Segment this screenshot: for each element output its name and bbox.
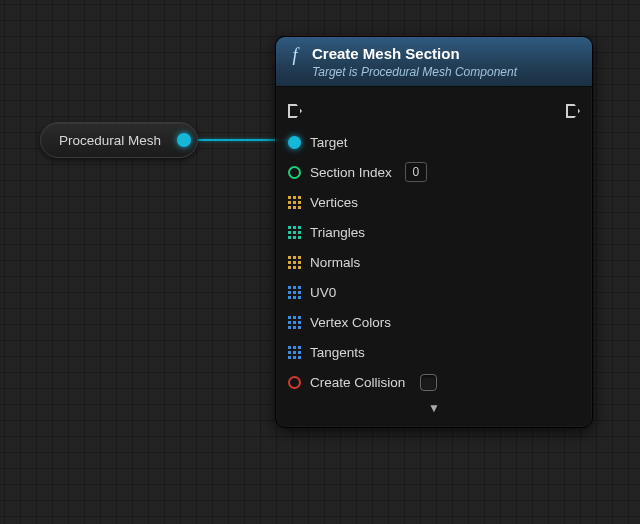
exec-input-pin[interactable] xyxy=(288,104,302,118)
pin-row-section-index: Section Index 0 xyxy=(288,157,580,187)
triangles-input-pin[interactable] xyxy=(288,226,301,239)
function-node-create-mesh-section[interactable]: f Create Mesh Section Target is Procedur… xyxy=(275,36,593,428)
exec-output-pin[interactable] xyxy=(566,104,580,118)
variable-node-label: Procedural Mesh xyxy=(59,133,161,148)
triangles-label: Triangles xyxy=(310,225,365,240)
variable-node-procedural-mesh[interactable]: Procedural Mesh xyxy=(40,122,198,158)
vertex-colors-label: Vertex Colors xyxy=(310,315,391,330)
vertex-colors-input-pin[interactable] xyxy=(288,316,301,329)
target-input-pin[interactable] xyxy=(288,136,301,149)
pin-row-triangles: Triangles xyxy=(288,217,580,247)
function-node-body: Target Section Index 0 Vertices Triangle… xyxy=(276,87,592,427)
pin-row-target: Target xyxy=(288,127,580,157)
tangents-label: Tangents xyxy=(310,345,365,360)
uv0-label: UV0 xyxy=(310,285,336,300)
create-collision-input-pin[interactable] xyxy=(288,376,301,389)
target-label: Target xyxy=(310,135,348,150)
create-collision-label: Create Collision xyxy=(310,375,405,390)
normals-label: Normals xyxy=(310,255,360,270)
function-title: Create Mesh Section xyxy=(312,45,517,63)
pin-row-normals: Normals xyxy=(288,247,580,277)
expand-node-toggle[interactable]: ▼ xyxy=(288,397,580,421)
create-collision-checkbox[interactable] xyxy=(420,374,437,391)
vertices-label: Vertices xyxy=(310,195,358,210)
pin-row-tangents: Tangents xyxy=(288,337,580,367)
pin-row-create-collision: Create Collision xyxy=(288,367,580,397)
tangents-input-pin[interactable] xyxy=(288,346,301,359)
pin-row-vertex-colors: Vertex Colors xyxy=(288,307,580,337)
uv0-input-pin[interactable] xyxy=(288,286,301,299)
section-index-label: Section Index xyxy=(310,165,392,180)
normals-input-pin[interactable] xyxy=(288,256,301,269)
pin-row-uv0: UV0 xyxy=(288,277,580,307)
function-icon: f xyxy=(286,45,304,64)
function-node-header[interactable]: f Create Mesh Section Target is Procedur… xyxy=(276,37,592,87)
variable-output-pin[interactable] xyxy=(177,133,191,147)
section-index-input-pin[interactable] xyxy=(288,166,301,179)
vertices-input-pin[interactable] xyxy=(288,196,301,209)
function-subtitle: Target is Procedural Mesh Component xyxy=(312,65,517,80)
pin-row-vertices: Vertices xyxy=(288,187,580,217)
section-index-value-input[interactable]: 0 xyxy=(405,162,427,182)
